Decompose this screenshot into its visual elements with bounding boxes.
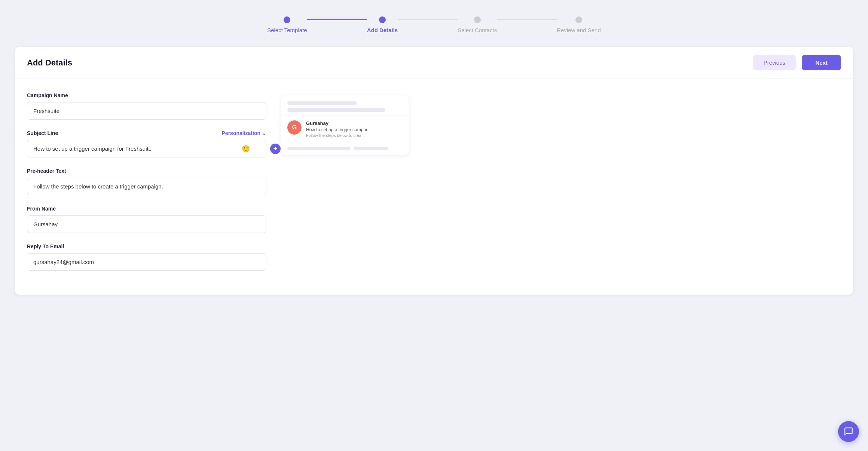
step-select-template: Select Template	[267, 16, 307, 33]
step-dot-3	[474, 16, 481, 23]
step-line-1	[307, 19, 367, 20]
reply-to-email-group: Reply To Email	[27, 243, 266, 271]
next-button[interactable]: Next	[802, 55, 841, 70]
email-preview-card: G Gursahay How to set up a trigger campa…	[281, 95, 409, 155]
card-body: Campaign Name Subject Line Personalizati…	[15, 79, 853, 295]
campaign-name-input[interactable]	[27, 102, 266, 120]
chevron-down-icon: ⌄	[262, 130, 266, 136]
subject-line-input[interactable]	[27, 140, 266, 157]
subject-line-label: Subject Line	[27, 130, 58, 136]
from-name-label: From Name	[27, 206, 266, 212]
card-header: Add Details Previous Next	[15, 47, 853, 79]
preview-preheader: Follow the steps below to crea...	[306, 133, 403, 138]
step-line-2	[398, 19, 458, 20]
preview-bar-short	[287, 101, 357, 105]
page-title: Add Details	[27, 58, 72, 68]
step-label-4: Review and Send	[557, 27, 601, 33]
preview-bar-long	[287, 108, 385, 112]
main-card: Add Details Previous Next Campaign Name …	[15, 47, 853, 295]
chat-icon	[844, 427, 853, 436]
stepper: Select Template Add Details Select Conta…	[15, 9, 853, 47]
step-dot-1	[284, 16, 290, 23]
header-actions: Previous Next	[753, 55, 841, 70]
from-name-input[interactable]	[27, 215, 266, 233]
subject-line-group: Subject Line Personalization ⌄ 🙂 +	[27, 130, 266, 157]
preheader-text-label: Pre-header Text	[27, 168, 266, 174]
preview-bottom-bar-line-2	[354, 147, 388, 150]
preheader-text-input[interactable]	[27, 178, 266, 195]
add-subject-button[interactable]: +	[270, 144, 281, 154]
form-section: Campaign Name Subject Line Personalizati…	[27, 92, 266, 281]
preview-bottom-bar	[281, 142, 409, 155]
preview-section: G Gursahay How to set up a trigger campa…	[281, 92, 409, 281]
chat-widget[interactable]	[838, 421, 859, 442]
step-label-3: Select Contacts	[458, 27, 497, 33]
preview-email-content: Gursahay How to set up a trigger campai.…	[306, 120, 403, 138]
preview-email-row: G Gursahay How to set up a trigger campa…	[281, 116, 409, 142]
step-line-3	[497, 19, 557, 20]
reply-to-email-input[interactable]	[27, 253, 266, 271]
step-review-and-send: Review and Send	[557, 16, 601, 33]
preview-bottom-bar-line-1	[287, 147, 351, 150]
subject-line-row: Subject Line Personalization ⌄	[27, 130, 266, 136]
step-dot-2	[379, 16, 386, 23]
previous-button[interactable]: Previous	[753, 55, 796, 70]
preview-top-bar	[281, 95, 409, 116]
personalization-button[interactable]: Personalization ⌄	[222, 130, 266, 136]
from-name-group: From Name	[27, 206, 266, 233]
subject-line-input-wrapper: 🙂 +	[27, 140, 266, 157]
avatar: G	[287, 120, 302, 135]
step-label-1: Select Template	[267, 27, 307, 33]
campaign-name-group: Campaign Name	[27, 92, 266, 120]
step-dot-4	[575, 16, 582, 23]
step-select-contacts: Select Contacts	[458, 16, 497, 33]
preview-subject: How to set up a trigger campai...	[306, 127, 403, 132]
preheader-text-group: Pre-header Text	[27, 168, 266, 195]
reply-to-email-label: Reply To Email	[27, 243, 266, 249]
emoji-button[interactable]: 🙂	[242, 145, 250, 153]
step-add-details: Add Details	[367, 16, 398, 33]
preview-sender: Gursahay	[306, 120, 403, 126]
step-label-2: Add Details	[367, 27, 398, 33]
campaign-name-label: Campaign Name	[27, 92, 266, 98]
